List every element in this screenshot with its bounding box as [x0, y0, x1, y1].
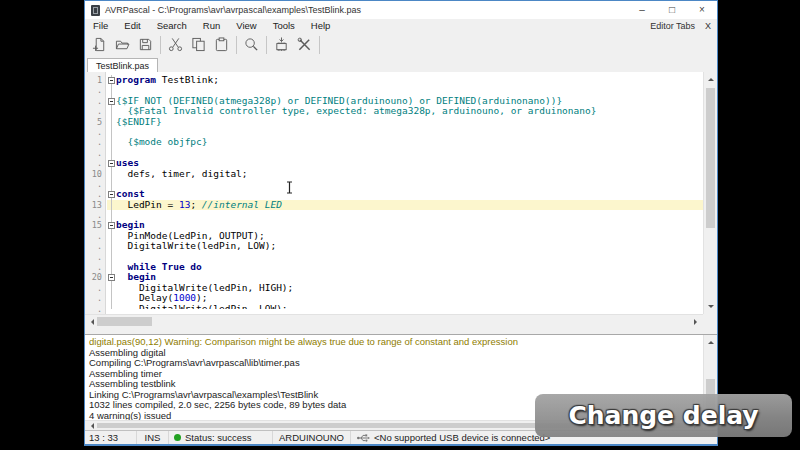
line-number: . [85, 283, 105, 293]
menu-item-search[interactable]: Search [149, 19, 195, 32]
menu-item-run[interactable]: Run [195, 19, 228, 32]
line-number: . [85, 148, 105, 158]
code-line-10[interactable]: defs, timer, digital; [107, 169, 703, 179]
caption-text: Change delay [568, 401, 758, 430]
status-ok-icon [174, 434, 181, 441]
line-number: 20 [85, 272, 105, 282]
build-tools-icon [297, 37, 312, 52]
cut-button[interactable] [164, 34, 187, 56]
menu-item-view[interactable]: View [228, 19, 264, 32]
paste-button[interactable] [210, 34, 233, 56]
code-line-19[interactable]: while True do [107, 262, 703, 272]
menu-item-tools[interactable]: Tools [265, 19, 303, 32]
line-number: . [85, 231, 105, 241]
fold-guide-line [107, 169, 116, 179]
fold-guide-line [107, 241, 116, 251]
code-editor[interactable]: 1...5....10..13.15....20... program Test… [85, 72, 717, 328]
code-line-17[interactable]: DigitalWrite(ledPin, LOW); [107, 241, 703, 251]
fold-guide-line [107, 252, 116, 262]
fold-collapse-icon[interactable] [107, 272, 116, 282]
fold-guide-line [107, 127, 116, 137]
message-line[interactable]: digital.pas(90,12) Warning: Comparison m… [89, 337, 703, 348]
fold-guide-line [107, 117, 116, 127]
line-number: 13 [85, 200, 105, 210]
menu-item-file[interactable]: File [85, 19, 116, 32]
tab-bar: TestBlink.pas [85, 57, 717, 73]
tab-testblink[interactable]: TestBlink.pas [87, 58, 158, 73]
scroll-left-icon[interactable] [88, 319, 94, 325]
window-title: AVRPascal - C:\Programs\avr\avrpascal\ex… [105, 5, 627, 15]
code-lines[interactable]: program TestBlink;{$IF NOT (DEFINED(atme… [107, 72, 703, 309]
line-number: . [85, 158, 105, 168]
line-number: . [85, 252, 105, 262]
message-line[interactable]: Assembling testblink [89, 379, 703, 390]
title-bar: AVRPascal - C:\Programs\avr\avrpascal\ex… [85, 1, 717, 19]
compile-status: Status: success [169, 431, 273, 444]
fold-guide-line [107, 200, 116, 210]
open-file-button[interactable] [111, 34, 134, 56]
line-number: 1 [85, 75, 105, 85]
fold-collapse-icon[interactable] [107, 220, 116, 230]
editor-horizontal-scrollbar[interactable] [85, 314, 703, 328]
fold-guide-line [107, 179, 116, 189]
line-number: . [85, 106, 105, 116]
caption-overlay: Change delay [535, 394, 792, 437]
fold-guide-line [107, 85, 116, 95]
open-file-icon [115, 37, 130, 52]
new-file-icon [92, 37, 107, 52]
fold-guide-line [107, 106, 116, 116]
fold-collapse-icon[interactable] [107, 96, 116, 106]
editor-tabs-close[interactable]: X [705, 21, 717, 31]
code-line-4[interactable]: {$Fatal Invalid controller type, expecte… [107, 106, 703, 116]
close-button[interactable]: × [687, 1, 717, 19]
menu-item-help[interactable]: Help [303, 19, 339, 32]
toolbar [85, 32, 717, 57]
scroll-down-icon[interactable] [708, 305, 714, 311]
code-line-11[interactable] [107, 179, 703, 189]
message-line[interactable]: Assembling timer [89, 369, 703, 380]
menu-items: FileEditSearchRunViewToolsHelp [85, 19, 338, 32]
editor-vertical-scrollbar[interactable] [703, 72, 717, 314]
avrpascal-window: AVRPascal - C:\Programs\avr\avrpascal\ex… [84, 0, 718, 446]
code-text: {$Fatal Invalid controller type, expecte… [116, 106, 596, 116]
fold-guide-line [107, 148, 116, 158]
fold-collapse-icon[interactable] [107, 158, 116, 168]
scroll-right-icon[interactable] [694, 319, 700, 325]
code-line-13[interactable]: LedPin = 13; //internal LED [107, 200, 703, 210]
line-number: . [85, 262, 105, 272]
fold-guide-line [107, 231, 116, 241]
fold-guide-line [107, 283, 116, 293]
menu-item-edit[interactable]: Edit [116, 19, 148, 32]
line-number: . [85, 127, 105, 137]
save-file-button[interactable] [134, 34, 157, 56]
copy-icon [191, 37, 206, 52]
editor-tabs-label[interactable]: Editor Tabs [650, 21, 705, 31]
code-line-5[interactable]: {$ENDIF} [107, 117, 703, 127]
editor-hscroll-thumb[interactable] [97, 317, 152, 326]
build-tools-button[interactable] [293, 34, 316, 56]
line-number: 5 [85, 117, 105, 127]
upload-chip-button[interactable] [270, 34, 293, 56]
insert-mode: INS [137, 431, 169, 444]
maximize-button[interactable]: □ [657, 1, 687, 19]
scroll-up-icon[interactable] [708, 338, 714, 344]
code-line-8[interactable] [107, 148, 703, 158]
code-line-7[interactable]: {$mode objfpc} [107, 137, 703, 147]
cut-icon [168, 37, 183, 52]
minimize-button[interactable]: – [627, 1, 657, 19]
scroll-up-icon[interactable] [708, 75, 714, 81]
code-line-1[interactable]: program TestBlink; [107, 75, 703, 85]
copy-button[interactable] [187, 34, 210, 56]
search-button[interactable] [240, 34, 263, 56]
editor-vscroll-thumb[interactable] [706, 88, 715, 228]
fold-collapse-icon[interactable] [107, 189, 116, 199]
code-line-14[interactable] [107, 210, 703, 220]
line-number: . [85, 189, 105, 199]
fold-collapse-icon[interactable] [107, 75, 116, 85]
code-line-23[interactable]: DigitalWrite(ledPin, LOW); [107, 304, 703, 309]
new-file-button[interactable] [88, 34, 111, 56]
scroll-left-icon[interactable] [88, 423, 94, 429]
message-line[interactable]: Compiling C:\Programs\avr\avrpascal\lib\… [89, 358, 703, 369]
code-text: DigitalWrite(ledPin, LOW); [116, 241, 276, 251]
fold-guide-line [107, 304, 116, 309]
